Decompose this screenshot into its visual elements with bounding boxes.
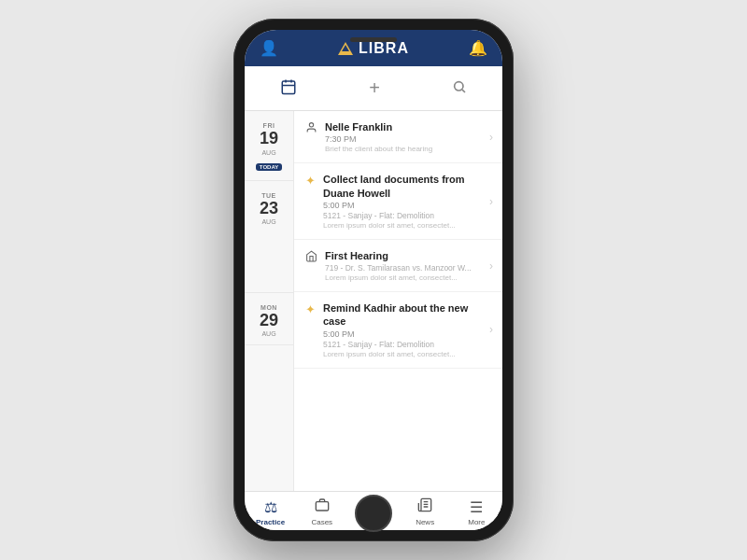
search-button[interactable] bbox=[444, 76, 474, 102]
event-case-collect: 5121 - Sanjay - Flat: Demolition bbox=[323, 211, 482, 220]
nav-item-cases[interactable]: Cases bbox=[302, 497, 343, 526]
event-desc-kadhir: Lorem ipsum dolor sit amet, consectet... bbox=[323, 350, 482, 358]
app-header: 👤 LIBRA 🔔 bbox=[245, 30, 502, 66]
app-title: LIBRA bbox=[359, 40, 409, 57]
event-desc-hearing: Lorem ipsum dolor sit amet, consectet... bbox=[325, 273, 482, 282]
add-button[interactable]: + bbox=[361, 74, 388, 103]
nav-item-news[interactable]: News bbox=[404, 497, 445, 526]
event-item-first-hearing[interactable]: First Hearing 719 - Dr. S. Tamilarasan v… bbox=[294, 240, 502, 292]
event-title-hearing: First Hearing bbox=[325, 249, 482, 262]
date-sidebar: FRI 19 AUG TODAY TUE 23 AUG MON 29 AUG bbox=[245, 111, 293, 491]
svg-rect-11 bbox=[376, 501, 379, 510]
svg-rect-9 bbox=[368, 506, 371, 510]
event-desc-collect: Lorem ipsum dolor sit amet, consectet... bbox=[323, 221, 482, 230]
date-block-fri: FRI 19 AUG TODAY bbox=[245, 111, 293, 181]
svg-point-4 bbox=[454, 81, 462, 90]
event-title-nelle: Nelle Franklin bbox=[325, 120, 482, 133]
contact-icon bbox=[305, 121, 317, 136]
news-icon bbox=[417, 497, 432, 516]
event-item-nelle-franklin[interactable]: Nelle Franklin 7:30 PM Brief the client … bbox=[294, 111, 502, 163]
month-mon: AUG bbox=[248, 330, 289, 337]
event-title-collect: Collect land documents from Duane Howell bbox=[323, 173, 482, 200]
date-block-tue: TUE 23 AUG bbox=[245, 181, 293, 293]
event-item-collect-docs[interactable]: ✦ Collect land documents from Duane Howe… bbox=[294, 163, 502, 240]
day-num-mon: 29 bbox=[248, 311, 289, 331]
nav-item-dboard[interactable]: D.Board bbox=[353, 497, 394, 526]
nav-label-news: News bbox=[416, 518, 434, 526]
chevron-icon-nelle: › bbox=[489, 131, 493, 144]
day-name-fri: FRI bbox=[248, 122, 289, 129]
event-time-nelle: 7:30 PM bbox=[325, 134, 482, 144]
day-name-mon: MON bbox=[248, 304, 289, 311]
nav-label-practice: Practice bbox=[256, 518, 285, 526]
day-name-tue: TUE bbox=[248, 192, 289, 199]
nav-item-more[interactable]: ☰ More bbox=[456, 498, 497, 526]
svg-rect-7 bbox=[316, 502, 328, 511]
pin-icon-kadhir: ✦ bbox=[305, 302, 316, 316]
logo-triangle-icon bbox=[338, 42, 353, 55]
chevron-icon-hearing: › bbox=[489, 259, 493, 273]
user-icon[interactable]: 👤 bbox=[260, 39, 278, 57]
event-time-kadhir: 5:00 PM bbox=[323, 329, 482, 339]
month-tue: AUG bbox=[248, 218, 289, 225]
svg-rect-0 bbox=[283, 81, 296, 94]
phone-screen: 👤 LIBRA 🔔 + bbox=[245, 30, 502, 530]
event-content-nelle: Nelle Franklin 7:30 PM Brief the client … bbox=[325, 120, 482, 153]
nav-item-practice[interactable]: ⚖ Practice bbox=[250, 498, 291, 526]
chevron-icon-kadhir: › bbox=[489, 323, 493, 336]
event-content-collect: Collect land documents from Duane Howell… bbox=[323, 173, 482, 230]
court-icon bbox=[305, 250, 317, 265]
day-num-fri: 19 bbox=[248, 129, 289, 149]
event-content-hearing: First Hearing 719 - Dr. S. Tamilarasan v… bbox=[325, 249, 482, 282]
app-logo: LIBRA bbox=[338, 40, 409, 57]
svg-line-5 bbox=[462, 90, 465, 92]
cases-icon bbox=[315, 497, 330, 516]
more-icon: ☰ bbox=[470, 498, 483, 516]
event-desc-nelle: Brief the client about the hearing bbox=[325, 145, 482, 153]
event-item-remind-kadhir[interactable]: ✦ Remind Kadhir about the new case 5:00 … bbox=[294, 292, 502, 369]
event-case-hearing: 719 - Dr. S. Tamilarasan vs. Manzoor W..… bbox=[325, 263, 482, 273]
svg-rect-10 bbox=[373, 504, 375, 511]
notification-icon[interactable]: 🔔 bbox=[469, 39, 487, 57]
nav-label-dboard: D.Board bbox=[359, 518, 387, 526]
event-time-collect: 5:00 PM bbox=[323, 201, 482, 210]
today-badge: TODAY bbox=[256, 163, 282, 171]
content-area: FRI 19 AUG TODAY TUE 23 AUG MON 29 AUG bbox=[245, 111, 502, 491]
event-case-kadhir: 5121 - Sanjay - Flat: Demolition bbox=[323, 340, 482, 349]
event-content-kadhir: Remind Kadhir about the new case 5:00 PM… bbox=[323, 301, 482, 358]
month-fri: AUG bbox=[248, 149, 289, 156]
toolbar: + bbox=[245, 66, 502, 111]
calendar-button[interactable] bbox=[273, 75, 304, 103]
pin-icon-collect: ✦ bbox=[305, 174, 316, 188]
event-title-kadhir: Remind Kadhir about the new case bbox=[323, 301, 482, 329]
date-block-mon: MON 29 AUG bbox=[245, 293, 293, 346]
dboard-icon bbox=[366, 497, 381, 516]
nav-label-more: More bbox=[468, 518, 485, 526]
nav-label-cases: Cases bbox=[311, 518, 332, 526]
day-num-tue: 23 bbox=[248, 199, 289, 219]
svg-point-6 bbox=[309, 123, 313, 127]
bottom-nav: ⚖ Practice Cases bbox=[245, 491, 502, 530]
practice-icon: ⚖ bbox=[264, 498, 277, 516]
events-list: Nelle Franklin 7:30 PM Brief the client … bbox=[293, 111, 502, 491]
phone-frame: 👤 LIBRA 🔔 + bbox=[233, 19, 514, 541]
chevron-icon-collect: › bbox=[489, 195, 493, 208]
